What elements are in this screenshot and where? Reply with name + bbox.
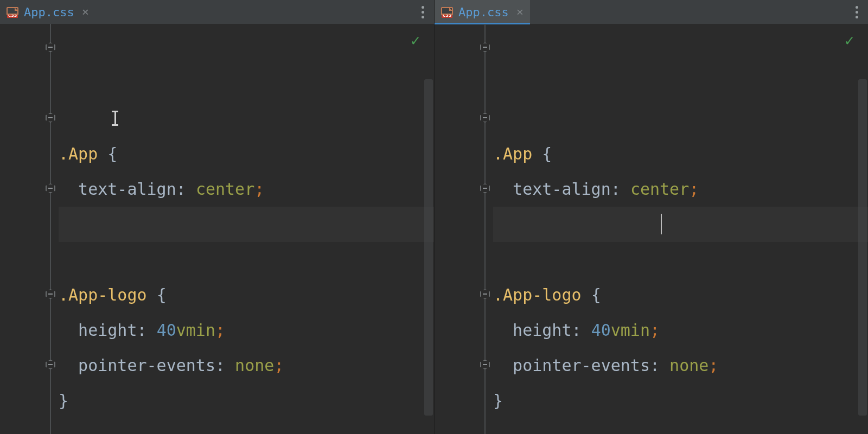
code-text: .App { text-align: center;} .App-logo { … <box>493 136 868 434</box>
fold-marker-icon[interactable] <box>480 42 490 52</box>
gutter <box>435 24 493 434</box>
current-line-highlight <box>59 207 434 242</box>
tab-filename: App.css <box>24 5 74 19</box>
fold-marker-icon[interactable] <box>480 183 490 193</box>
css-file-icon: CSS <box>5 6 20 18</box>
code-text: .App { text-align: center;} .App-logo { … <box>59 136 434 434</box>
close-icon[interactable]: × <box>516 6 524 18</box>
kebab-menu-icon[interactable] <box>856 0 858 24</box>
css-file-icon: CSS <box>440 6 454 18</box>
text-caret <box>661 214 662 234</box>
current-line-highlight <box>493 207 868 242</box>
tab-bar: CSS App.css × <box>0 0 434 24</box>
fold-marker-icon[interactable] <box>46 113 55 123</box>
text-cursor-icon <box>112 111 118 126</box>
close-icon[interactable]: × <box>82 6 89 18</box>
tab-filename: App.css <box>458 5 509 19</box>
code-area[interactable]: .App { text-align: center;} .App-logo { … <box>59 24 434 434</box>
fold-marker-icon[interactable] <box>46 289 55 299</box>
fold-marker-icon[interactable] <box>480 113 490 123</box>
tab-app-css[interactable]: CSS App.css × <box>0 0 95 24</box>
editor-pane-left: CSS App.css × ✓ .App { text-align: cente… <box>0 0 434 434</box>
tab-app-css[interactable]: CSS App.css × <box>435 0 530 24</box>
fold-marker-icon[interactable] <box>46 42 55 52</box>
editor-pane-right: CSS App.css × ✓ .App { text-align: cente… <box>434 0 868 434</box>
code-area[interactable]: .App { text-align: center;} .App-logo { … <box>493 24 868 434</box>
kebab-menu-icon[interactable] <box>422 0 424 24</box>
gutter <box>0 24 59 434</box>
scrollbar[interactable] <box>858 52 867 434</box>
fold-marker-icon[interactable] <box>46 360 55 369</box>
tab-bar: CSS App.css × <box>435 0 868 24</box>
fold-marker-icon[interactable] <box>480 360 490 369</box>
scrollbar[interactable] <box>424 52 433 434</box>
code-editor[interactable]: .App { text-align: center;} .App-logo { … <box>435 24 868 434</box>
code-editor[interactable]: .App { text-align: center;} .App-logo { … <box>0 24 434 434</box>
fold-marker-icon[interactable] <box>46 183 55 193</box>
fold-marker-icon[interactable] <box>480 289 490 299</box>
